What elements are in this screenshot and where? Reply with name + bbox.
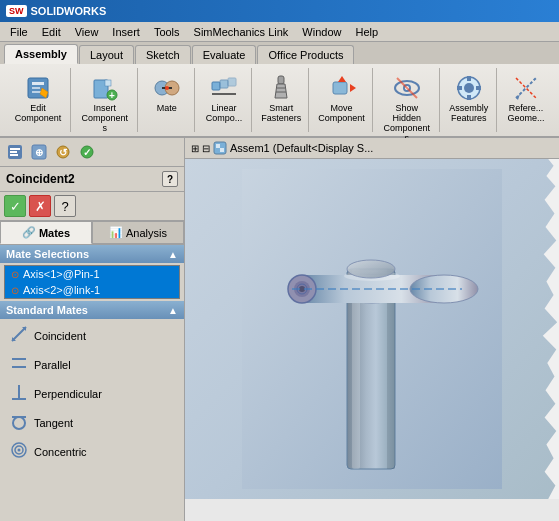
solidworks-logo: SW [6, 5, 27, 17]
mate-item-2-icon: ⊙ [11, 285, 19, 296]
ribbon-tabs: Assembly Layout Sketch Evaluate Office P… [0, 42, 559, 64]
menu-insert[interactable]: Insert [106, 24, 146, 40]
assembly-tree-label: Assem1 (Default<Display S... [230, 142, 373, 154]
ribbon-group-reference: Refere...Geome... [499, 68, 553, 132]
tab-office-products[interactable]: Office Products [257, 45, 354, 64]
help-button[interactable]: ? [162, 171, 178, 187]
menu-window[interactable]: Window [296, 24, 347, 40]
linear-component-label: LinearCompo... [206, 104, 243, 124]
mates-label: Mates [39, 227, 70, 239]
svg-marker-48 [12, 327, 26, 341]
tab-layout[interactable]: Layout [79, 45, 134, 64]
svg-point-76 [347, 260, 395, 278]
confirm-button[interactable]: ✓ [4, 195, 26, 217]
mate-type-parallel[interactable]: Parallel [0, 350, 184, 379]
svg-text:↺: ↺ [59, 147, 68, 158]
mate-selections-collapse[interactable]: ▲ [168, 249, 178, 260]
svg-rect-7 [105, 80, 111, 86]
mate-selections-title: Mate Selections [6, 248, 89, 260]
mate-item-2-text: Axis<2>@link-1 [23, 284, 100, 296]
btn-edit-component[interactable]: Edit Component [12, 70, 64, 126]
tab-mates[interactable]: 🔗 Mates [0, 221, 92, 244]
ribbon-group-edit: Edit Component [6, 68, 71, 132]
mate-type-concentric[interactable]: Concentric [0, 437, 184, 466]
panel-btn-2[interactable]: ⊕ [28, 141, 50, 163]
mate-type-tangent[interactable]: Tangent [0, 408, 184, 437]
perpendicular-label: Perpendicular [34, 388, 102, 400]
tangent-label: Tangent [34, 417, 73, 429]
sub-tabs: 🔗 Mates 📊 Analysis [0, 221, 184, 245]
main-area: ⊕ ↺ ✓ Coincident2 ? ✓ ✗ ? 🔗 Mates [0, 138, 559, 521]
tree-expand-icon[interactable]: ⊞ [191, 143, 199, 154]
standard-mates-collapse[interactable]: ▲ [168, 305, 178, 316]
svg-point-30 [464, 83, 474, 93]
ribbon-group-hidden: ShowHiddenComponents [375, 68, 440, 132]
mate-type-coincident[interactable]: Coincident [0, 321, 184, 350]
ribbon-group-assembly-features: AssemblyFeatures [442, 68, 497, 132]
ribbon-group-linear: LinearCompo... [197, 68, 252, 132]
btn-insert-components[interactable]: + InsertComponents [78, 70, 132, 136]
edit-component-icon [22, 72, 54, 104]
svg-rect-40 [10, 151, 17, 153]
tab-evaluate[interactable]: Evaluate [192, 45, 257, 64]
menu-simmechanics[interactable]: SimMechanics Link [188, 24, 295, 40]
svg-rect-22 [333, 82, 347, 94]
menu-view[interactable]: View [69, 24, 105, 40]
svg-rect-39 [10, 148, 20, 150]
menu-file[interactable]: File [4, 24, 34, 40]
standard-mates-section: Coincident Parallel Perpendicular Tangen… [0, 319, 184, 468]
mate-label: Mate [157, 104, 177, 114]
menu-tools[interactable]: Tools [148, 24, 186, 40]
mate-item-1[interactable]: ⊙ Axis<1>@Pin-1 [5, 266, 179, 282]
mates-icon: 🔗 [22, 226, 36, 239]
btn-linear-component[interactable]: LinearCompo... [202, 70, 246, 126]
tab-sketch[interactable]: Sketch [135, 45, 191, 64]
tangent-icon [10, 412, 28, 433]
tab-analysis[interactable]: 📊 Analysis [92, 221, 184, 244]
panel-btn-1[interactable] [4, 141, 26, 163]
mate-type-perpendicular[interactable]: Perpendicular [0, 379, 184, 408]
ribbon: Assembly Layout Sketch Evaluate Office P… [0, 42, 559, 138]
mate-selections-header: Mate Selections ▲ [0, 245, 184, 263]
svg-text:⊕: ⊕ [35, 147, 43, 158]
svg-rect-14 [212, 82, 220, 90]
btn-move-component[interactable]: MoveComponent [316, 70, 367, 126]
perpendicular-icon [10, 383, 28, 404]
svg-rect-41 [10, 154, 18, 156]
smart-fasteners-icon [265, 72, 297, 104]
linear-component-icon [208, 72, 240, 104]
svg-text:+: + [109, 90, 115, 101]
menu-edit[interactable]: Edit [36, 24, 67, 40]
parallel-icon [10, 354, 28, 375]
btn-show-hidden[interactable]: ShowHiddenComponents [380, 70, 434, 146]
standard-mates-title: Standard Mates [6, 304, 88, 316]
btn-reference-geometry[interactable]: Refere...Geome... [504, 70, 548, 126]
btn-mate[interactable]: Mate [145, 70, 189, 116]
show-hidden-icon [391, 72, 423, 104]
svg-text:✓: ✓ [83, 147, 91, 158]
panel-btn-3[interactable]: ↺ [52, 141, 74, 163]
app-logo: SW SOLIDWORKS [6, 5, 106, 17]
svg-rect-62 [220, 148, 224, 152]
btn-assembly-features[interactable]: AssemblyFeatures [447, 70, 491, 126]
standard-mates-header: Standard Mates ▲ [0, 301, 184, 319]
svg-rect-61 [216, 144, 220, 148]
btn-smart-fasteners[interactable]: SmartFasteners [259, 70, 303, 126]
menu-help[interactable]: Help [349, 24, 384, 40]
mate-item-2[interactable]: ⊙ Axis<2>@link-1 [5, 282, 179, 298]
svg-rect-18 [278, 76, 284, 84]
assembly-features-label: AssemblyFeatures [449, 104, 488, 124]
svg-rect-34 [476, 86, 481, 90]
svg-point-59 [18, 449, 21, 452]
cancel-button[interactable]: ✗ [29, 195, 51, 217]
feature-tree-header: ⊞ ⊟ Assem1 (Default<Display S... [185, 138, 559, 159]
tab-assembly[interactable]: Assembly [4, 44, 78, 64]
viewport: ⊞ ⊟ Assem1 (Default<Display S... [185, 138, 559, 521]
svg-rect-16 [228, 78, 236, 86]
assembly-tree-icon [213, 141, 227, 155]
undo-button[interactable]: ? [54, 195, 76, 217]
analysis-icon: 📊 [109, 226, 123, 239]
svg-rect-1 [32, 82, 44, 85]
panel-btn-4[interactable]: ✓ [76, 141, 98, 163]
tree-collapse-icon[interactable]: ⊟ [202, 143, 210, 154]
